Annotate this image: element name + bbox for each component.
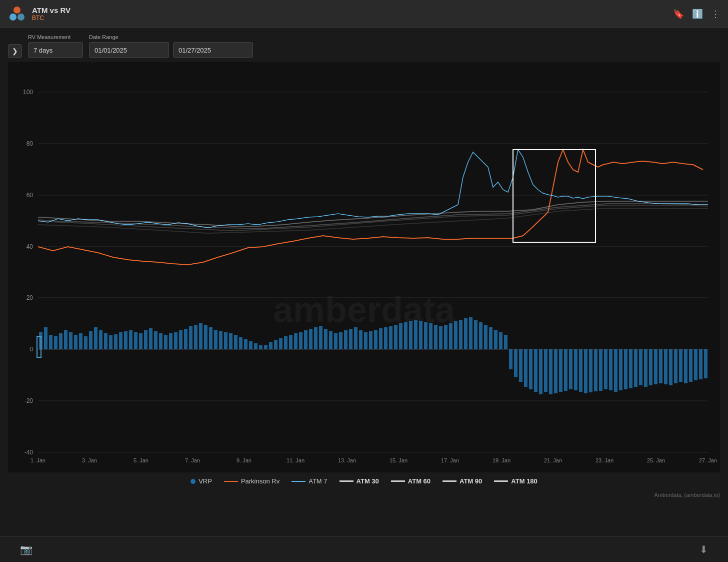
svg-text:19. Jan: 19. Jan bbox=[492, 457, 510, 463]
date-start-input[interactable] bbox=[89, 42, 169, 58]
svg-text:-20: -20 bbox=[24, 397, 34, 404]
svg-rect-63 bbox=[179, 330, 182, 349]
info-icon[interactable]: ℹ️ bbox=[692, 9, 703, 20]
svg-text:9. Jan: 9. Jan bbox=[236, 457, 252, 463]
legend-atm60-label: ATM 60 bbox=[408, 477, 430, 485]
svg-rect-168 bbox=[704, 349, 708, 378]
legend-atm7: ATM 7 bbox=[292, 477, 327, 485]
svg-rect-138 bbox=[554, 349, 558, 393]
title-block: ATM vs RV BTC bbox=[32, 6, 70, 22]
svg-rect-135 bbox=[539, 349, 542, 394]
vrp-dot bbox=[190, 479, 196, 484]
svg-rect-79 bbox=[259, 345, 262, 349]
svg-rect-72 bbox=[224, 332, 228, 349]
svg-rect-60 bbox=[164, 335, 168, 349]
svg-rect-102 bbox=[374, 330, 378, 349]
svg-rect-112 bbox=[424, 322, 428, 349]
svg-rect-104 bbox=[384, 327, 388, 349]
camera-icon[interactable]: 📷 bbox=[20, 543, 32, 555]
svg-rect-48 bbox=[104, 333, 108, 349]
svg-rect-89 bbox=[309, 329, 312, 349]
svg-rect-118 bbox=[454, 321, 458, 349]
svg-rect-59 bbox=[159, 333, 162, 349]
svg-rect-40 bbox=[64, 330, 68, 349]
svg-rect-78 bbox=[254, 343, 258, 349]
legend-atm7-label: ATM 7 bbox=[308, 477, 327, 485]
svg-rect-85 bbox=[289, 335, 292, 349]
svg-rect-52 bbox=[124, 331, 128, 349]
svg-rect-43 bbox=[79, 333, 82, 349]
svg-rect-90 bbox=[314, 327, 318, 349]
legend-atm180-label: ATM 180 bbox=[511, 477, 538, 485]
atm7-line bbox=[292, 481, 306, 482]
legend-atm30: ATM 30 bbox=[340, 477, 379, 485]
legend-atm60: ATM 60 bbox=[391, 477, 430, 485]
download-icon[interactable]: ⬇ bbox=[700, 543, 708, 555]
svg-rect-55 bbox=[139, 333, 142, 349]
expand-button[interactable]: ❯ bbox=[8, 44, 22, 58]
svg-point-0 bbox=[14, 7, 20, 14]
svg-rect-44 bbox=[84, 336, 88, 349]
svg-rect-114 bbox=[434, 325, 438, 349]
legend-vrp: VRP bbox=[190, 477, 212, 485]
rv-select[interactable] bbox=[28, 42, 83, 58]
svg-rect-153 bbox=[629, 349, 632, 388]
header-right: 🔖 ℹ️ ⋮ bbox=[673, 9, 720, 20]
svg-rect-98 bbox=[354, 327, 358, 349]
svg-rect-108 bbox=[404, 322, 408, 349]
svg-rect-167 bbox=[699, 349, 702, 379]
svg-rect-96 bbox=[344, 330, 348, 349]
app-subtitle: BTC bbox=[32, 15, 70, 22]
svg-rect-145 bbox=[589, 349, 592, 392]
svg-rect-91 bbox=[319, 326, 322, 349]
app-logo bbox=[8, 5, 26, 23]
svg-rect-84 bbox=[284, 336, 288, 349]
svg-rect-132 bbox=[524, 349, 528, 387]
legend-atm90: ATM 90 bbox=[442, 477, 482, 485]
svg-text:40: 40 bbox=[26, 243, 34, 250]
date-label: Date Range bbox=[89, 34, 253, 40]
svg-rect-160 bbox=[664, 349, 668, 384]
svg-text:80: 80 bbox=[26, 140, 34, 147]
atm90-line bbox=[442, 480, 456, 482]
svg-rect-117 bbox=[449, 323, 452, 349]
svg-text:15. Jan: 15. Jan bbox=[390, 457, 408, 463]
date-end-input[interactable] bbox=[173, 42, 253, 58]
svg-rect-156 bbox=[644, 349, 648, 387]
svg-rect-50 bbox=[114, 334, 118, 349]
svg-rect-129 bbox=[509, 349, 512, 369]
svg-point-1 bbox=[10, 14, 16, 21]
svg-rect-69 bbox=[209, 327, 212, 349]
svg-rect-164 bbox=[684, 349, 688, 383]
svg-rect-105 bbox=[389, 326, 392, 349]
app-header: ATM vs RV BTC 🔖 ℹ️ ⋮ bbox=[0, 0, 728, 28]
svg-rect-162 bbox=[674, 349, 678, 383]
svg-rect-147 bbox=[599, 349, 602, 391]
svg-rect-56 bbox=[144, 330, 148, 349]
svg-rect-83 bbox=[279, 338, 282, 349]
more-icon[interactable]: ⋮ bbox=[711, 9, 720, 20]
svg-rect-99 bbox=[359, 330, 362, 349]
parkinson-line bbox=[224, 481, 238, 482]
legend-parkinson-label: Parkinson Rv bbox=[241, 477, 280, 485]
svg-rect-47 bbox=[99, 330, 102, 349]
attribution: Amberdata, (amberdata.io) bbox=[0, 490, 728, 500]
svg-text:17. Jan: 17. Jan bbox=[441, 457, 459, 463]
svg-rect-121 bbox=[469, 317, 472, 349]
svg-rect-152 bbox=[624, 349, 628, 389]
svg-text:-40: -40 bbox=[24, 449, 34, 456]
main-chart: amberdata 100 80 60 40 20 0 -20 -40 1. J… bbox=[8, 62, 720, 472]
svg-rect-73 bbox=[229, 333, 232, 349]
svg-text:27. Jan: 27. Jan bbox=[699, 457, 717, 463]
svg-rect-75 bbox=[239, 337, 242, 349]
legend-parkinson: Parkinson Rv bbox=[224, 477, 280, 485]
svg-rect-103 bbox=[379, 328, 382, 349]
svg-rect-92 bbox=[324, 329, 328, 349]
svg-rect-100 bbox=[364, 332, 368, 349]
svg-text:3. Jan: 3. Jan bbox=[82, 457, 97, 463]
svg-text:7. Jan: 7. Jan bbox=[185, 457, 200, 463]
svg-rect-113 bbox=[429, 323, 432, 349]
bookmark-icon[interactable]: 🔖 bbox=[673, 9, 684, 20]
svg-rect-41 bbox=[69, 332, 72, 349]
svg-rect-151 bbox=[619, 349, 622, 390]
